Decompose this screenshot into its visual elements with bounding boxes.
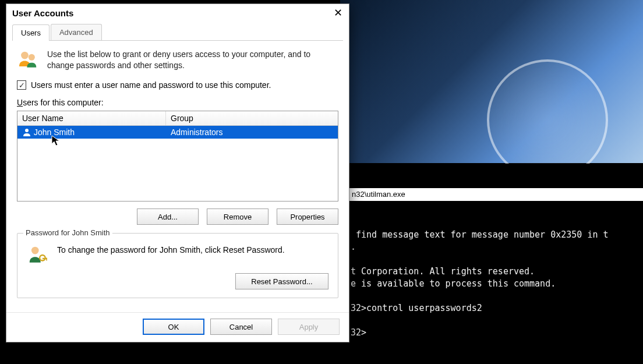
svg-point-3 <box>31 247 39 255</box>
user-key-icon <box>27 244 49 266</box>
column-header-group[interactable]: Group <box>166 111 338 125</box>
apply-button: Apply <box>278 319 340 335</box>
listview-header: User Name Group <box>17 111 338 126</box>
password-groupbox: Password for John Smith To change the pa… <box>17 233 338 298</box>
user-row-group: Administrators <box>166 126 227 139</box>
user-accounts-dialog: User Accounts ✕ Users Advanced Use the l… <box>6 3 349 342</box>
properties-button[interactable]: Properties <box>277 208 338 225</box>
desktop-wallpaper <box>340 0 643 163</box>
tab-strip: Users Advanced <box>12 24 343 41</box>
add-button[interactable]: Add... <box>137 208 199 225</box>
column-header-username[interactable]: User Name <box>17 111 166 125</box>
svg-point-1 <box>29 54 35 61</box>
tab-advanced[interactable]: Advanced <box>51 24 102 40</box>
user-row[interactable]: John Smith Administrators <box>17 126 338 139</box>
tab-users[interactable]: Users <box>12 24 50 41</box>
close-button[interactable]: ✕ <box>330 6 345 19</box>
svg-rect-6 <box>46 258 47 261</box>
dialog-title: User Accounts <box>12 8 73 18</box>
users-listview[interactable]: User Name Group John Smith Administrator… <box>17 111 338 202</box>
terminal-output: find message text for message number 0x2… <box>351 229 641 339</box>
remove-button[interactable]: Remove <box>207 208 268 225</box>
must-enter-password-label: Users must enter a user name and passwor… <box>31 80 271 90</box>
svg-point-2 <box>25 129 29 132</box>
ok-button[interactable]: OK <box>143 319 204 335</box>
reset-password-text: To change the password for John Smith, c… <box>57 244 285 255</box>
user-row-name: John Smith <box>34 128 75 137</box>
users-icon <box>17 49 39 71</box>
password-group-title: Password for John Smith <box>23 228 112 237</box>
reset-password-button[interactable]: Reset Password... <box>235 273 328 289</box>
svg-point-0 <box>21 52 29 59</box>
terminal-title: n32\utilman.exe <box>348 188 643 201</box>
intro-text: Use the list below to grant or deny user… <box>47 49 338 71</box>
command-prompt-window[interactable]: n32\utilman.exe find message text for me… <box>348 164 643 344</box>
user-avatar-icon <box>22 128 31 137</box>
must-enter-password-checkbox[interactable]: ✓ <box>17 80 26 90</box>
users-list-label: Users for this computer: <box>17 98 338 107</box>
cancel-button[interactable]: Cancel <box>210 319 272 335</box>
